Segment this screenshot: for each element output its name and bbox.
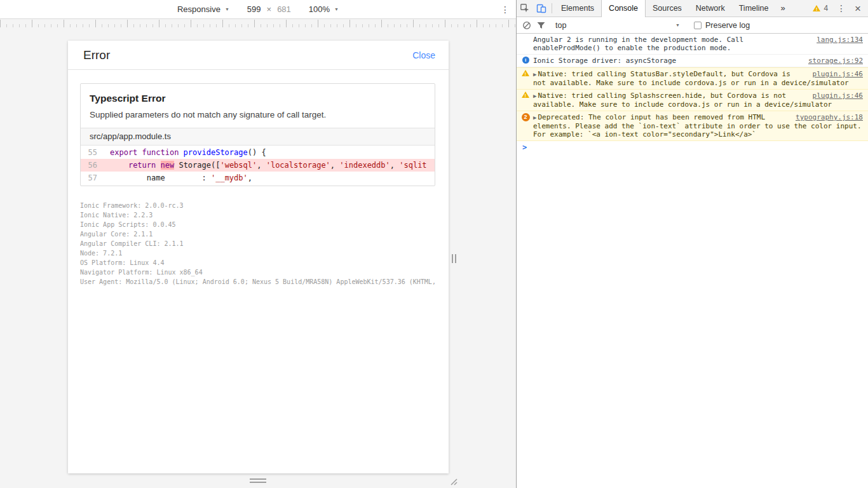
preserve-log-checkbox[interactable]	[694, 22, 702, 29]
error-close-button[interactable]: Close	[412, 50, 435, 60]
error-message: Supplied parameters do not match any sig…	[90, 110, 426, 119]
expand-triangle-icon[interactable]: ▶	[533, 114, 536, 121]
close-devtools-icon[interactable]: ×	[855, 3, 861, 14]
message-icon-slot	[520, 70, 531, 76]
error-card-head: Typescript Error Supplied parameters do …	[81, 84, 435, 128]
console-toolbar: top ▼ Preserve log	[517, 17, 868, 34]
source-link[interactable]: plugin.js:46	[813, 70, 863, 78]
viewport-dimensions: 599 × 681	[247, 4, 291, 14]
environment-info-line: User Agent: Mozilla/5.0 (Linux; Android …	[80, 277, 436, 287]
code-line: 55export function provideStorage() {	[81, 146, 435, 159]
viewport-width-input[interactable]: 599	[247, 4, 261, 14]
devtools-panel: ElementsConsoleSourcesNetworkTimeline » …	[516, 0, 868, 488]
expand-triangle-icon[interactable]: ▶	[533, 93, 536, 99]
message-text: storage.js:92Ionic Storage driver: async…	[533, 57, 863, 65]
zoom-dropdown[interactable]: 100% ▼	[309, 4, 339, 14]
code-line: 57 name : '__mydb',	[81, 172, 435, 184]
line-number: 55	[81, 146, 105, 159]
code-text: return new Storage(['websql', 'localstor…	[105, 159, 435, 172]
tab-elements[interactable]: Elements	[554, 0, 601, 17]
toolbar-divider	[552, 3, 552, 13]
device-viewport: Error Close Typescript Error Supplied pa…	[68, 41, 449, 473]
error-card: Typescript Error Supplied parameters do …	[80, 83, 435, 186]
inspect-element-icon[interactable]	[517, 0, 533, 17]
error-modal-title: Error	[83, 48, 110, 62]
message-text: typography.js:18▶Deprecated: The color i…	[533, 113, 863, 139]
console-message-list: lang.js:134Angular 2 is running in the d…	[517, 34, 868, 141]
console-output: lang.js:134Angular 2 is running in the d…	[517, 34, 868, 488]
source-link[interactable]: lang.js:134	[817, 36, 863, 44]
more-tabs-button[interactable]: »	[775, 0, 790, 17]
dimension-separator: ×	[267, 4, 272, 14]
device-toolbar: Responsive ▼ 599 × 681 100% ▼ ⋮	[0, 0, 516, 19]
warning-icon	[522, 70, 529, 76]
viewport-resize-handle-right[interactable]	[452, 254, 456, 263]
console-message: plugin.js:46▶Native: tried calling Splas…	[517, 89, 868, 111]
environment-info-line: Navigator Platform: Linux x86_64	[80, 268, 436, 277]
error-file-path: src/app/app.module.ts	[81, 128, 435, 146]
info-icon: i	[522, 57, 529, 64]
execution-context-dropdown[interactable]: top ▼	[555, 21, 680, 30]
environment-info-line: Angular Core: 2.1.1	[80, 229, 436, 239]
preserve-log-label[interactable]: Preserve log	[705, 21, 750, 30]
tab-console[interactable]: Console	[601, 0, 646, 17]
line-number: 56	[81, 159, 105, 172]
environment-info: Ionic Framework: 2.0.0-rc.3Ionic Native:…	[80, 201, 436, 287]
message-text: plugin.js:46▶Native: tried calling Splas…	[533, 92, 863, 109]
environment-info-line: Angular Compiler CLI: 2.1.1	[80, 239, 436, 248]
environment-info-line: Node: 7.2.1	[80, 248, 436, 258]
device-toolbar-menu-icon[interactable]: ⋮	[501, 4, 510, 15]
console-warning-count[interactable]: 4	[813, 4, 828, 13]
devtools-tabs: ElementsConsoleSourcesNetworkTimeline	[554, 0, 775, 17]
tab-sources[interactable]: Sources	[646, 0, 689, 17]
ruler	[0, 20, 516, 27]
viewport-resize-handle-corner[interactable]	[449, 477, 458, 486]
environment-info-line: Ionic Framework: 2.0.0-rc.3	[80, 201, 436, 210]
error-modal-header: Error Close	[68, 41, 449, 70]
source-link[interactable]: storage.js:92	[808, 57, 863, 65]
warning-icon	[813, 5, 820, 11]
code-block: 55export function provideStorage() {56 r…	[81, 146, 435, 186]
line-number: 57	[81, 172, 105, 184]
devtools-tabbar: ElementsConsoleSourcesNetworkTimeline » …	[517, 0, 868, 17]
execution-context-label: top	[555, 21, 566, 30]
message-icon-slot: 2	[520, 113, 531, 121]
code-line: 56 return new Storage(['websql', 'locals…	[81, 159, 435, 172]
warning-count-label: 4	[824, 4, 828, 13]
device-toolbar-controls: Responsive ▼ 599 × 681 100% ▼	[177, 4, 339, 14]
source-link[interactable]: plugin.js:46	[813, 92, 863, 100]
message-text: plugin.js:46▶Native: tried calling Statu…	[533, 70, 863, 87]
chevron-down-icon: ▼	[225, 7, 229, 11]
message-text: lang.js:134Angular 2 is running in the d…	[533, 36, 863, 52]
warning-icon	[522, 92, 529, 98]
filter-icon[interactable]	[534, 22, 548, 29]
expand-triangle-icon[interactable]: ▶	[533, 71, 536, 78]
device-type-label: Responsive	[177, 4, 220, 14]
tab-network[interactable]: Network	[689, 0, 732, 17]
tabbar-right-controls: 4 ⋮ ×	[813, 3, 868, 14]
preserve-log-control: Preserve log	[694, 21, 750, 30]
environment-info-line: Ionic Native: 2.2.3	[80, 210, 436, 220]
console-message: istorage.js:92Ionic Storage driver: asyn…	[517, 55, 868, 67]
clear-console-icon[interactable]	[520, 21, 534, 30]
screen: Responsive ▼ 599 × 681 100% ▼ ⋮ Error Cl…	[0, 0, 868, 488]
viewport-resize-handle-bottom[interactable]	[250, 478, 266, 483]
chevron-down-icon: ▼	[675, 23, 680, 27]
source-link[interactable]: typography.js:18	[796, 113, 863, 121]
devtools-menu-icon[interactable]: ⋮	[837, 3, 846, 13]
chevron-down-icon: ▼	[334, 7, 339, 11]
console-prompt[interactable]: >	[517, 141, 868, 152]
environment-info-line: Ionic App Scripts: 0.0.45	[80, 220, 436, 229]
code-text: name : '__mydb',	[105, 172, 435, 184]
console-message: plugin.js:46▶Native: tried calling Statu…	[517, 67, 868, 90]
message-icon-slot	[520, 92, 531, 98]
repeat-count-badge: 2	[522, 113, 530, 121]
viewport-height-input[interactable]: 681	[277, 4, 291, 14]
device-toolbar-toggle-icon[interactable]	[533, 0, 550, 17]
zoom-label: 100%	[309, 4, 330, 14]
code-text: export function provideStorage() {	[105, 146, 435, 159]
device-type-dropdown[interactable]: Responsive ▼	[177, 4, 229, 14]
console-message: 2typography.js:18▶Deprecated: The color …	[517, 111, 868, 141]
tab-timeline[interactable]: Timeline	[732, 0, 776, 17]
console-message: lang.js:134Angular 2 is running in the d…	[517, 34, 868, 55]
